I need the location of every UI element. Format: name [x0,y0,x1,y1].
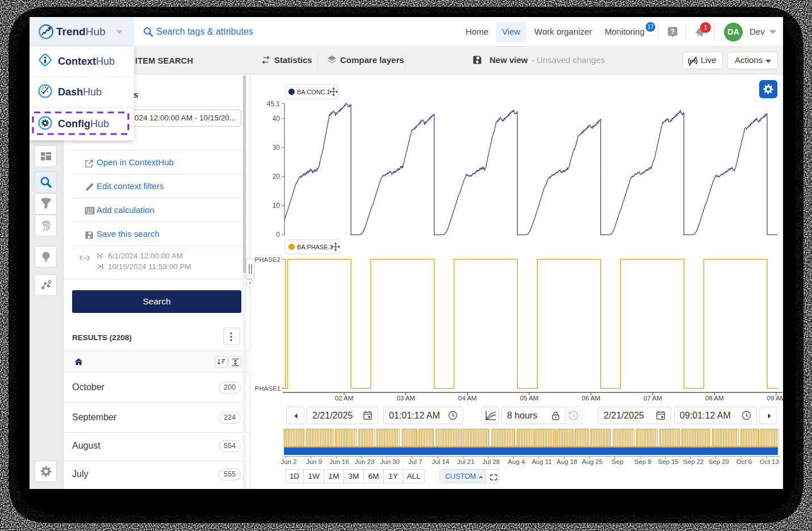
svg-text:Jun 9: Jun 9 [306,458,322,465]
svg-text:PHASE2: PHASE2 [255,256,281,263]
svg-text:Oct 6: Oct 6 [736,458,752,465]
svg-text:02 AM: 02 AM [335,395,354,402]
svg-text:07 AM: 07 AM [643,395,662,402]
svg-text:03 AM: 03 AM [396,395,415,402]
svg-text:PHASE1: PHASE1 [255,385,281,392]
svg-text:?: ? [671,28,675,36]
svg-text:Aug 25: Aug 25 [582,458,602,465]
svg-text:Jun 16: Jun 16 [329,458,349,465]
svg-text:Jul 7: Jul 7 [408,458,422,465]
svg-text:Sep 29: Sep 29 [709,458,729,465]
svg-text:45.1: 45.1 [267,100,281,108]
svg-text:20: 20 [273,173,281,181]
svg-text:09 AM: 09 AM [767,395,783,402]
svg-text:BA:PHASE.1: BA:PHASE.1 [297,244,333,250]
svg-text:Aug 18: Aug 18 [556,458,577,465]
svg-text:Jul 21: Jul 21 [457,458,475,465]
svg-text:Jun 30: Jun 30 [380,458,400,465]
svg-text:Sep 15: Sep 15 [658,458,679,465]
svg-text:Aug 4: Aug 4 [508,458,525,465]
svg-text:Sep: Sep [612,458,623,465]
svg-text:40: 40 [273,115,281,123]
svg-text:30: 30 [273,144,281,152]
svg-text:05 AM: 05 AM [520,395,539,402]
svg-text:Sep 8: Sep 8 [634,458,651,465]
svg-text:Jul 28: Jul 28 [483,458,500,465]
svg-text:Aug 11: Aug 11 [531,458,552,465]
svg-text:08 AM: 08 AM [705,395,724,402]
svg-text:Jun 23: Jun 23 [355,458,375,465]
svg-text:10: 10 [273,202,281,210]
svg-text:04 AM: 04 AM [458,395,477,402]
svg-text:Jun 2: Jun 2 [281,458,296,465]
svg-text:Jul 14: Jul 14 [432,458,449,465]
svg-text:BA:CONC.1: BA:CONC.1 [297,89,330,95]
svg-text:Oct 13: Oct 13 [760,458,779,465]
svg-text:Sep 22: Sep 22 [683,458,704,465]
svg-text:06 AM: 06 AM [581,395,600,402]
svg-text:0: 0 [276,231,280,239]
